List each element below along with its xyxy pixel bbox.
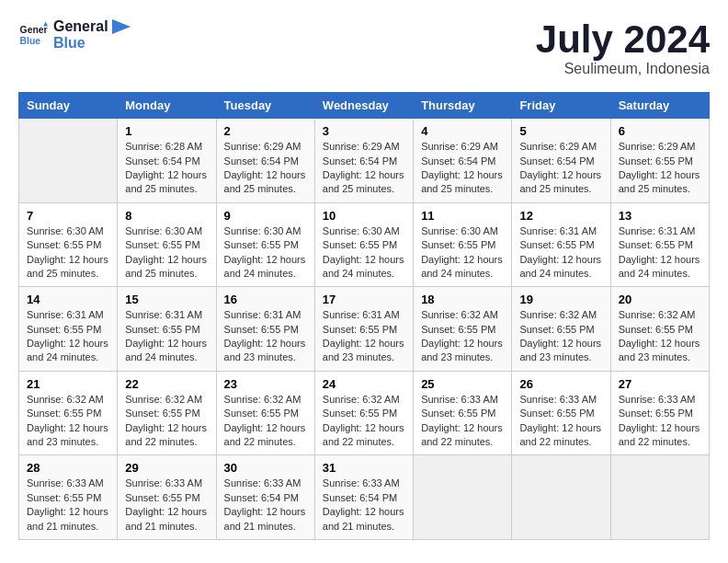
- day-number: 18: [421, 293, 504, 306]
- cell-info: Sunset: 6:55 PM: [125, 238, 208, 252]
- calendar-cell: 20Sunrise: 6:32 AMSunset: 6:55 PMDayligh…: [610, 287, 709, 372]
- cell-info: and 25 minutes.: [619, 182, 701, 196]
- calendar-cell: 11Sunrise: 6:30 AMSunset: 6:55 PMDayligh…: [414, 202, 512, 287]
- calendar-cell: 27Sunrise: 6:33 AMSunset: 6:55 PMDayligh…: [610, 371, 709, 455]
- cell-info: Sunset: 6:55 PM: [519, 323, 602, 337]
- cell-info: and 24 minutes.: [421, 267, 504, 281]
- cell-info: Daylight: 12 hours: [224, 421, 307, 435]
- logo-line2: Blue: [53, 35, 131, 52]
- cell-info: Sunrise: 6:31 AM: [27, 308, 109, 322]
- cell-info: Sunrise: 6:33 AM: [125, 477, 208, 490]
- day-number: 26: [519, 377, 602, 391]
- cell-info: and 22 minutes.: [519, 435, 602, 449]
- week-row-4: 21Sunrise: 6:32 AMSunset: 6:55 PMDayligh…: [19, 371, 710, 455]
- day-number: 1: [125, 124, 208, 138]
- logo-icon: General Blue: [18, 20, 48, 50]
- page-header: General Blue General Blue July 2024 Seul…: [18, 18, 710, 77]
- cell-info: Sunrise: 6:31 AM: [224, 308, 307, 322]
- cell-info: Sunset: 6:55 PM: [421, 407, 504, 420]
- cell-info: Daylight: 12 hours: [323, 505, 405, 519]
- cell-info: and 25 minutes.: [125, 267, 208, 281]
- cell-info: Sunrise: 6:32 AM: [519, 308, 602, 322]
- day-number: 15: [125, 293, 208, 306]
- day-number: 11: [421, 209, 504, 223]
- calendar-cell: 30Sunrise: 6:33 AMSunset: 6:54 PMDayligh…: [216, 455, 314, 540]
- cell-info: Sunrise: 6:33 AM: [224, 477, 307, 490]
- day-number: 24: [323, 377, 405, 391]
- cell-info: Sunrise: 6:30 AM: [421, 224, 504, 238]
- cell-info: Sunrise: 6:29 AM: [421, 140, 504, 154]
- calendar-cell: 19Sunrise: 6:32 AMSunset: 6:55 PMDayligh…: [512, 287, 610, 372]
- cell-info: and 25 minutes.: [125, 182, 208, 196]
- calendar-cell: 24Sunrise: 6:32 AMSunset: 6:55 PMDayligh…: [314, 371, 413, 455]
- cell-info: Sunset: 6:54 PM: [224, 491, 307, 505]
- cell-info: Sunset: 6:55 PM: [619, 407, 701, 420]
- calendar-cell: 12Sunrise: 6:31 AMSunset: 6:55 PMDayligh…: [512, 202, 610, 287]
- day-number: 27: [619, 377, 701, 391]
- cell-info: Daylight: 12 hours: [224, 168, 307, 182]
- cell-info: and 24 minutes.: [323, 267, 405, 281]
- day-number: 9: [224, 209, 307, 223]
- cell-info: and 23 minutes.: [421, 350, 504, 364]
- cell-info: and 24 minutes.: [519, 267, 602, 281]
- day-number: 25: [421, 377, 504, 391]
- calendar-cell: 29Sunrise: 6:33 AMSunset: 6:55 PMDayligh…: [118, 455, 216, 540]
- logo: General Blue General Blue: [18, 18, 131, 52]
- cell-info: and 21 minutes.: [125, 520, 208, 534]
- cell-info: Sunset: 6:55 PM: [27, 323, 109, 337]
- calendar-cell: 18Sunrise: 6:32 AMSunset: 6:55 PMDayligh…: [414, 287, 512, 372]
- cell-info: Sunset: 6:55 PM: [27, 238, 109, 252]
- cell-info: and 25 minutes.: [519, 182, 602, 196]
- cell-info: and 23 minutes.: [323, 350, 405, 364]
- logo-arrow: [112, 19, 131, 34]
- cell-info: Sunset: 6:54 PM: [519, 155, 602, 168]
- cell-info: Daylight: 12 hours: [519, 337, 602, 350]
- calendar-cell: [512, 455, 610, 540]
- cell-info: and 22 minutes.: [619, 435, 701, 449]
- day-number: 8: [125, 209, 208, 223]
- cell-info: and 21 minutes.: [27, 520, 109, 534]
- cell-info: Daylight: 12 hours: [619, 253, 701, 267]
- week-row-5: 28Sunrise: 6:33 AMSunset: 6:55 PMDayligh…: [19, 455, 710, 540]
- cell-info: and 21 minutes.: [323, 520, 405, 534]
- cell-info: and 22 minutes.: [323, 435, 405, 449]
- cell-info: Sunrise: 6:31 AM: [323, 308, 405, 322]
- calendar-cell: 6Sunrise: 6:29 AMSunset: 6:55 PMDaylight…: [610, 119, 709, 203]
- calendar-cell: 2Sunrise: 6:29 AMSunset: 6:54 PMDaylight…: [216, 119, 314, 203]
- cell-info: Sunrise: 6:31 AM: [519, 224, 602, 238]
- cell-info: and 23 minutes.: [519, 350, 602, 364]
- logo-line1: General: [53, 18, 108, 35]
- cell-info: Sunset: 6:55 PM: [519, 407, 602, 420]
- cell-info: Sunset: 6:55 PM: [619, 238, 701, 252]
- column-header-wednesday: Wednesday: [314, 93, 413, 119]
- cell-info: Sunset: 6:55 PM: [224, 407, 307, 420]
- day-number: 30: [224, 461, 307, 475]
- cell-info: Sunrise: 6:31 AM: [619, 224, 701, 238]
- cell-info: and 23 minutes.: [619, 350, 701, 364]
- cell-info: Daylight: 12 hours: [27, 421, 109, 435]
- cell-info: Sunrise: 6:29 AM: [323, 140, 405, 154]
- cell-info: Sunset: 6:55 PM: [619, 155, 701, 168]
- cell-info: Sunrise: 6:29 AM: [224, 140, 307, 154]
- day-number: 3: [323, 124, 405, 138]
- subtitle: Seulimeum, Indonesia: [536, 61, 710, 77]
- calendar-cell: [610, 455, 709, 540]
- day-number: 22: [125, 377, 208, 391]
- cell-info: Daylight: 12 hours: [125, 168, 208, 182]
- calendar-cell: 4Sunrise: 6:29 AMSunset: 6:54 PMDaylight…: [414, 119, 512, 203]
- day-number: 10: [323, 209, 405, 223]
- calendar-cell: 13Sunrise: 6:31 AMSunset: 6:55 PMDayligh…: [610, 202, 709, 287]
- cell-info: Sunrise: 6:29 AM: [619, 140, 701, 154]
- cell-info: Sunset: 6:55 PM: [323, 323, 405, 337]
- cell-info: Daylight: 12 hours: [323, 168, 405, 182]
- calendar-cell: 31Sunrise: 6:33 AMSunset: 6:54 PMDayligh…: [314, 455, 413, 540]
- svg-text:General: General: [20, 25, 48, 35]
- cell-info: Sunset: 6:55 PM: [125, 323, 208, 337]
- cell-info: Daylight: 12 hours: [224, 337, 307, 350]
- day-number: 17: [323, 293, 405, 306]
- cell-info: Sunrise: 6:29 AM: [519, 140, 602, 154]
- cell-info: and 21 minutes.: [224, 520, 307, 534]
- calendar-cell: 14Sunrise: 6:31 AMSunset: 6:55 PMDayligh…: [19, 287, 118, 372]
- week-row-3: 14Sunrise: 6:31 AMSunset: 6:55 PMDayligh…: [19, 287, 710, 372]
- cell-info: Sunrise: 6:32 AM: [224, 393, 307, 407]
